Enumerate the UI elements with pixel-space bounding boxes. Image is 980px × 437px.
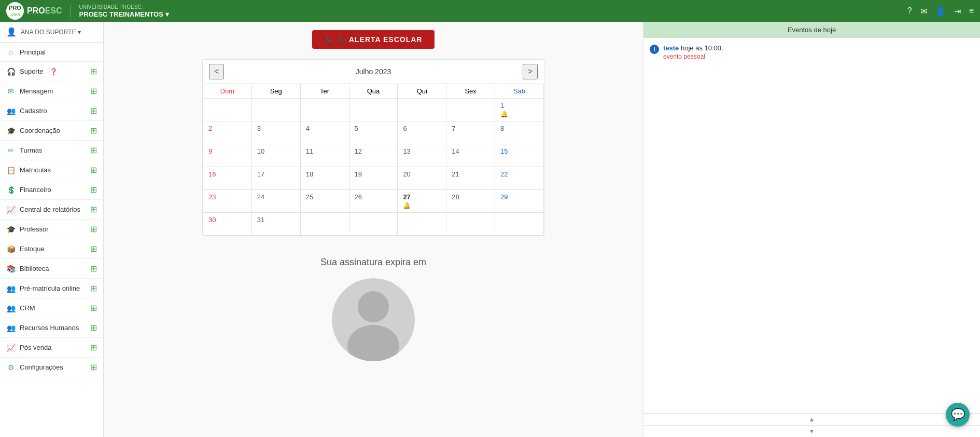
sidebar-item-suporte[interactable]: 🎧 Suporte ❓ ⊞ — [0, 62, 103, 81]
sidebar-item-configuracoes[interactable]: ⚙ Configurações ⊞ — [0, 358, 103, 377]
sidebar-item-mensagem[interactable]: ✉ Mensagem ⊞ — [0, 81, 103, 101]
menu-icon[interactable]: ≡ — [969, 6, 974, 16]
cal-day[interactable] — [300, 213, 349, 236]
cal-day[interactable]: 26 — [349, 190, 398, 213]
alert-escolar-button[interactable]: 📞 📞 ALERTA ESCOLAR — [312, 30, 435, 49]
cal-day[interactable]: 23 — [203, 190, 252, 213]
cal-day[interactable]: 13 — [398, 144, 446, 167]
sidebar-item-coordenacao[interactable]: 🎓 Coordenação ⊞ — [0, 121, 103, 141]
sidebar-item-professor[interactable]: 🎓 Professor ⊞ — [0, 220, 103, 239]
cal-day[interactable] — [203, 99, 252, 121]
help-icon[interactable]: ? — [907, 6, 912, 16]
cal-day[interactable]: 22 — [495, 167, 544, 190]
exit-icon[interactable]: ⇥ — [954, 6, 961, 16]
cal-day-today[interactable]: 27🔔 — [398, 190, 446, 213]
cal-day[interactable] — [495, 213, 544, 236]
sidebar-item-pre-matricula[interactable]: 👥 Pré-matrícula online ⊞ — [0, 279, 103, 298]
sidebar-item-pos-venda[interactable]: 📈 Pós venda ⊞ — [0, 338, 103, 358]
sidebar-item-principal[interactable]: ⌂ Principal — [0, 43, 103, 62]
cal-day[interactable]: 10 — [251, 144, 300, 167]
calendar-next-button[interactable]: > — [523, 64, 538, 79]
sidebar-user[interactable]: 👤 ANA DO SUPORTE ▾ — [0, 22, 103, 43]
cal-day[interactable] — [398, 213, 446, 236]
sidebar-item-cadastro[interactable]: 👥 Cadastro ⊞ — [0, 101, 103, 121]
cal-day[interactable] — [349, 213, 398, 236]
cal-day[interactable]: 12 — [349, 144, 398, 167]
cal-day[interactable] — [300, 99, 349, 121]
sidebar-item-crm[interactable]: 👥 CRM ⊞ — [0, 298, 103, 318]
cal-day[interactable] — [398, 99, 446, 121]
cal-day[interactable] — [446, 99, 495, 121]
cal-day[interactable] — [349, 99, 398, 121]
user-icon[interactable]: 👤 — [935, 6, 946, 16]
cal-day[interactable]: 1🔔 — [495, 99, 544, 121]
sidebar-item-estoque[interactable]: 📦 Estoque ⊞ — [0, 239, 103, 259]
cal-day[interactable]: 18 — [300, 167, 349, 190]
scroll-down-button[interactable]: ▼ — [643, 425, 980, 437]
help-circle-icon[interactable]: ❓ — [50, 68, 58, 75]
mensagem-plus-icon[interactable]: ⊞ — [90, 86, 97, 96]
cal-day[interactable]: 30 — [203, 213, 252, 236]
main-content: 📞 📞 ALERTA ESCOLAR < Julho 2023 > Dom Se… — [104, 22, 643, 437]
sidebar-item-financeiro[interactable]: 💲 Financeiro ⊞ — [0, 180, 103, 200]
calendar: < Julho 2023 > Dom Seg Ter Qua Qui Sex S — [202, 59, 544, 236]
cal-day[interactable]: 24 — [251, 190, 300, 213]
cal-day[interactable]: 21 — [446, 167, 495, 190]
sidebar-item-matriculas[interactable]: 📋 Matrículas ⊞ — [0, 160, 103, 180]
cal-day[interactable]: 4 — [300, 121, 349, 144]
sidebar-item-rh[interactable]: 👥 Recursos Humanos ⊞ — [0, 318, 103, 338]
sidebar-item-relatorios[interactable]: 📈 Central de relatórios ⊞ — [0, 200, 103, 220]
cal-day[interactable]: 6 — [398, 121, 446, 144]
cal-day[interactable]: 2 — [203, 121, 252, 144]
cal-day[interactable]: 20 — [398, 167, 446, 190]
suporte-plus-icon[interactable]: ⊞ — [90, 66, 97, 76]
coordenacao-plus-icon[interactable]: ⊞ — [90, 126, 97, 135]
cal-day[interactable]: 7 — [446, 121, 495, 144]
cal-day[interactable]: 8 — [495, 121, 544, 144]
cal-day[interactable]: 3 — [251, 121, 300, 144]
cal-day[interactable]: 11 — [300, 144, 349, 167]
scroll-up-button[interactable]: ▲ — [643, 413, 980, 425]
biblioteca-icon: 📚 — [6, 264, 16, 274]
calendar-prev-button[interactable]: < — [209, 64, 224, 79]
cal-day[interactable] — [251, 99, 300, 121]
bell-icon: 🔔 — [403, 202, 441, 209]
relatorios-plus-icon[interactable]: ⊞ — [90, 204, 97, 214]
matriculas-plus-icon[interactable]: ⊞ — [90, 165, 97, 175]
pre-matricula-plus-icon[interactable]: ⊞ — [90, 283, 97, 293]
cal-day[interactable]: 17 — [251, 167, 300, 190]
avatar-placeholder — [332, 278, 415, 361]
cal-day[interactable]: 28 — [446, 190, 495, 213]
cal-day[interactable]: 5 — [349, 121, 398, 144]
cal-week-2: 2 3 4 5 6 7 8 — [203, 121, 544, 144]
mail-icon[interactable]: ✉ — [920, 6, 927, 16]
cal-day[interactable]: 29 — [495, 190, 544, 213]
pos-venda-plus-icon[interactable]: ⊞ — [90, 343, 97, 352]
cadastro-plus-icon[interactable]: ⊞ — [90, 106, 97, 116]
events-body: i teste hoje às 10:00. evento pessoal — [643, 38, 980, 413]
cal-day[interactable]: 25 — [300, 190, 349, 213]
biblioteca-plus-icon[interactable]: ⊞ — [90, 264, 97, 274]
sidebar-label-turmas: Turmas — [20, 146, 43, 154]
sidebar-item-biblioteca[interactable]: 📚 Biblioteca ⊞ — [0, 259, 103, 279]
uni-name[interactable]: PROESC TREINAMENTOS ▾ — [79, 10, 169, 18]
estoque-plus-icon[interactable]: ⊞ — [90, 244, 97, 254]
crm-plus-icon[interactable]: ⊞ — [90, 303, 97, 313]
chat-button[interactable]: 💬 — [946, 403, 970, 427]
turmas-plus-icon[interactable]: ⊞ — [90, 145, 97, 155]
sidebar-label-principal: Principal — [20, 48, 46, 56]
cadastro-icon: 👥 — [6, 106, 16, 116]
cal-day[interactable]: 31 — [251, 213, 300, 236]
sidebar-item-turmas[interactable]: ✏ Turmas ⊞ — [0, 141, 103, 160]
financeiro-plus-icon[interactable]: ⊞ — [90, 185, 97, 195]
cal-day[interactable]: 15 — [495, 144, 544, 167]
cal-day[interactable]: 16 — [203, 167, 252, 190]
cal-day[interactable] — [446, 213, 495, 236]
rh-plus-icon[interactable]: ⊞ — [90, 323, 97, 333]
configuracoes-plus-icon[interactable]: ⊞ — [90, 362, 97, 372]
crm-icon: 👥 — [6, 304, 16, 313]
cal-day[interactable]: 9 — [203, 144, 252, 167]
professor-plus-icon[interactable]: ⊞ — [90, 224, 97, 234]
cal-day[interactable]: 14 — [446, 144, 495, 167]
cal-day[interactable]: 19 — [349, 167, 398, 190]
